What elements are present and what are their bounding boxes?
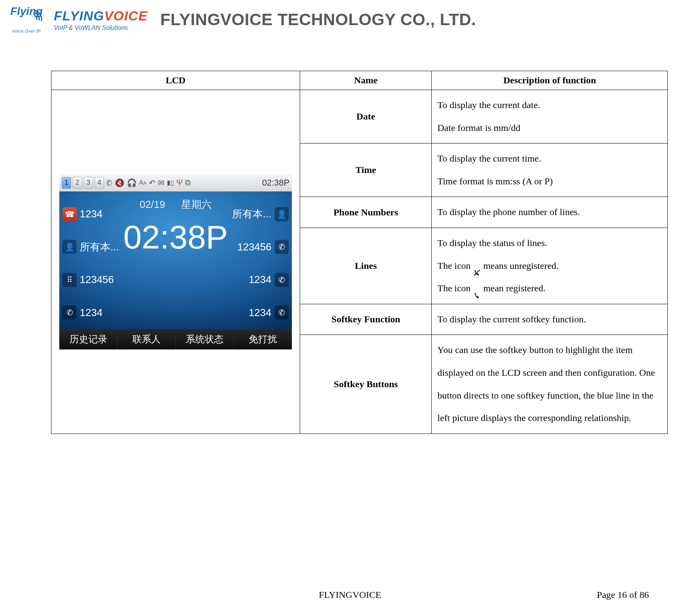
desc-text: mean registered. — [481, 283, 546, 293]
right-line-1: 所有本...👤 — [217, 198, 292, 231]
dialpad-icon: ⠿ — [62, 273, 77, 287]
softkey-2: 联系人 — [117, 329, 176, 349]
softkey-4: 免打扰 — [234, 329, 292, 349]
call-icon: ✆ — [275, 240, 289, 254]
speaker-mute-icon: 🔇 — [115, 178, 125, 188]
softkey-3: 系统状态 — [176, 329, 234, 349]
company-title: FLYINGVOICE TECHNOLOGY CO., LTD. — [160, 10, 476, 29]
th-desc: Description of function — [432, 71, 668, 90]
line-label: 1234 — [249, 274, 271, 286]
right-line-3: 1234✆ — [217, 263, 292, 296]
th-name: Name — [300, 71, 432, 90]
handset-icon: ✆ — [106, 178, 112, 188]
line-tab-4: 4 — [95, 177, 104, 189]
person-icon: 👤 — [62, 240, 77, 254]
left-line-1: ☎1234 — [59, 198, 134, 231]
call-icon: ✆ — [275, 305, 289, 320]
row-desc: You can use the softkey button to highli… — [432, 335, 668, 434]
row-desc: To display the phone number of lines. — [432, 197, 668, 228]
status-left: 1 2 3 4 ✆ 🔇 🎧 AA ↶ ✉ ▮▯ Ψ — [62, 177, 191, 189]
center-stack: 02/19 星期六 02:38P — [134, 193, 217, 255]
line-label: 1234 — [80, 307, 103, 319]
table-header-row: LCD Name Description of function — [51, 71, 668, 90]
th-lcd: LCD — [51, 71, 300, 90]
left-line-4: ✆1234 — [59, 296, 134, 329]
line-tab-1: 1 — [62, 177, 71, 189]
row-name: Time — [300, 143, 432, 197]
right-line-2: 123456✆ — [217, 230, 292, 263]
big-time: 02:38P — [123, 219, 228, 255]
right-line-4: 1234✆ — [217, 296, 292, 329]
left-line-3: ⠿123456 — [59, 263, 134, 296]
status-bar: 1 2 3 4 ✆ 🔇 🎧 AA ↶ ✉ ▮▯ Ψ — [59, 174, 292, 191]
phone-icon: ☎ — [62, 207, 77, 221]
row-name: Softkey Buttons — [300, 335, 432, 434]
usb-icon: Ψ — [176, 178, 183, 187]
line-tab-3: 3 — [84, 177, 93, 189]
call-icon: ✆ — [275, 273, 289, 287]
line-label: 所有本... — [80, 240, 119, 254]
row-name: Lines — [300, 228, 432, 304]
date-row: 02/19 星期六 — [139, 193, 211, 217]
row-desc: To display the current softkey function. — [432, 304, 668, 335]
table-row: 1 2 3 4 ✆ 🔇 🎧 AA ↶ ✉ ▮▯ Ψ — [51, 90, 668, 143]
page-footer: FLYINGVOICE Page 16 of 86 — [0, 590, 700, 604]
logo-tagline: VoIP & VoWLAN Solutions — [54, 24, 148, 31]
page-header: Flying Voice Over IP FLYINGVOICE VoIP & … — [0, 0, 700, 39]
row-name: Softkey Function — [300, 304, 432, 335]
aa-icon: AA — [139, 179, 147, 186]
call-icon: ✆ — [62, 305, 77, 320]
line-label: 123456 — [80, 274, 114, 286]
logo-rect: FLYINGVOICE VoIP & VoWLAN Solutions — [54, 8, 148, 31]
left-line-2: 👤所有本... — [59, 230, 134, 263]
row-name: Phone Numbers — [300, 197, 432, 228]
phone-registered-icon — [473, 285, 481, 293]
headset-icon: 🎧 — [127, 178, 137, 188]
vm-icon: ⧉ — [185, 178, 191, 187]
row-desc-lines: To display the status of lines.The icon … — [432, 228, 668, 304]
undo-icon: ↶ — [149, 178, 156, 188]
lcd-screenshot-cell: 1 2 3 4 ✆ 🔇 🎧 AA ↶ ✉ ▮▯ Ψ — [51, 90, 300, 434]
logo-square: Flying Voice Over IP — [4, 2, 49, 37]
status-time: 02:38P — [262, 178, 290, 188]
status-icons: ✆ 🔇 🎧 AA ↶ ✉ ▮▯ Ψ ⧉ — [106, 178, 191, 188]
line-label: 123456 — [237, 241, 271, 253]
phone-unregistered-icon — [473, 263, 481, 270]
phone-lcd: 1 2 3 4 ✆ 🔇 🎧 AA ↶ ✉ ▮▯ Ψ — [59, 174, 292, 349]
lcd-description-table: LCD Name Description of function 1 2 3 4… — [51, 71, 668, 434]
footer-page: Page 16 of 86 — [597, 590, 649, 600]
row-name: Date — [300, 90, 432, 143]
row-desc: To display the current date.Date format … — [432, 90, 668, 143]
date-text: 02/19 — [139, 199, 165, 211]
person-card-icon: 👤 — [275, 207, 289, 221]
line-label: 所有本... — [232, 207, 271, 221]
weekday-text: 星期六 — [181, 198, 212, 211]
softkey-bar: 历史记录 联系人 系统状态 免打扰 — [59, 329, 292, 349]
line-label: 1234 — [249, 307, 271, 319]
softkey-1: 历史记录 — [59, 329, 117, 349]
row-desc: To display the current time.Time format … — [432, 143, 668, 197]
battery-icon: ▮▯ — [167, 179, 174, 186]
line-tab-2: 2 — [73, 177, 82, 189]
line-label: 1234 — [80, 208, 103, 220]
footer-center: FLYINGVOICE — [319, 590, 381, 600]
mail-icon: ✉ — [158, 178, 165, 188]
logo-brand: FLYINGVOICE — [54, 8, 148, 24]
